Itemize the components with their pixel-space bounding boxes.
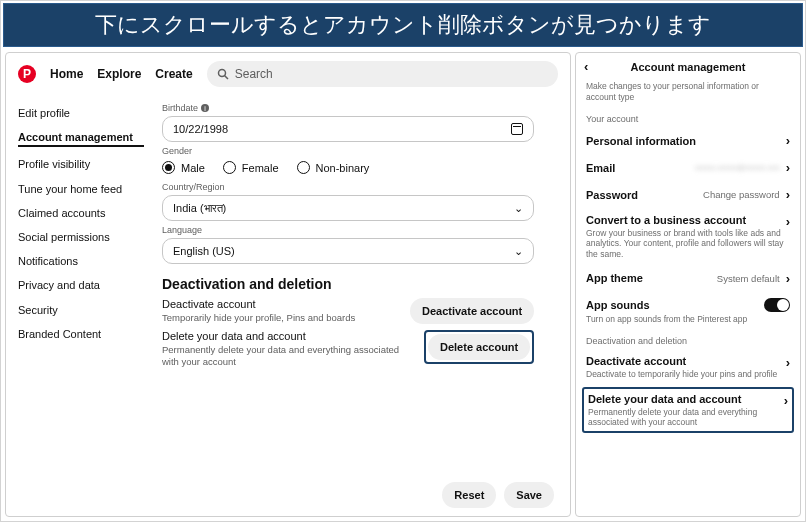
mobile-header: ‹ Account management [576, 53, 800, 81]
radio-icon [162, 161, 175, 174]
sidebar-item-notifications[interactable]: Notifications [18, 255, 144, 268]
app-theme-value: System default [717, 273, 780, 284]
chevron-right-icon: › [786, 133, 790, 148]
sidebar-item-privacy-data[interactable]: Privacy and data [18, 279, 144, 292]
settings-sidebar: Edit profile Account management Profile … [18, 99, 144, 510]
birthdate-value: 10/22/1998 [173, 123, 228, 135]
gender-option-male[interactable]: Male [162, 161, 205, 174]
sidebar-item-social-permissions[interactable]: Social permissions [18, 231, 144, 244]
chevron-down-icon: ⌄ [514, 245, 523, 258]
row-email[interactable]: Email xxxxx.xxxxx@xxxxx.xxx› [576, 154, 800, 181]
delete-highlight: Delete account [424, 330, 534, 364]
main-form: Birthdate i 10/22/1998 Gender Male [162, 99, 558, 510]
gender-radio-group: Male Female Non-binary [162, 159, 558, 178]
deactivate-heading: Deactivate account [162, 298, 400, 310]
sidebar-item-claimed-accounts[interactable]: Claimed accounts [18, 207, 144, 220]
search-icon [217, 68, 229, 80]
radio-icon [223, 161, 236, 174]
radio-icon [297, 161, 310, 174]
nav-home[interactable]: Home [50, 67, 83, 81]
mobile-delete-heading: Delete your data and account [588, 393, 778, 405]
chevron-down-icon: ⌄ [514, 202, 523, 215]
convert-heading: Convert to a business account [586, 214, 786, 226]
svg-line-1 [224, 76, 228, 80]
pinterest-logo-icon[interactable]: P [18, 65, 36, 83]
mobile-intro: Make changes to your personal informatio… [576, 81, 800, 108]
sidebar-item-tune-home-feed[interactable]: Tune your home feed [18, 183, 144, 196]
deactivate-sub: Temporarily hide your profile, Pins and … [162, 312, 400, 324]
delete-heading: Delete your data and account [162, 330, 414, 342]
row-delete-data-account[interactable]: Delete your data and account Permanently… [588, 393, 788, 427]
info-icon[interactable]: i [201, 104, 209, 112]
deactivate-account-button[interactable]: Deactivate account [410, 298, 534, 324]
deactivation-section-title: Deactivation and deletion [162, 276, 558, 292]
delete-row: Delete your data and account Permanently… [162, 330, 534, 368]
password-value: Change password [703, 189, 780, 200]
app-sounds-sub: Turn on app sounds from the Pinterest ap… [576, 314, 800, 330]
country-label: Country/Region [162, 182, 558, 192]
country-value: India (भारत) [173, 202, 226, 215]
email-value-blurred: xxxxx.xxxxx@xxxxx.xxx [695, 163, 780, 172]
search-input[interactable]: Search [207, 61, 558, 87]
calendar-icon[interactable] [511, 123, 523, 135]
mobile-deact-section-label: Deactivation and deletion [576, 330, 800, 349]
birthdate-input[interactable]: 10/22/1998 [162, 116, 534, 142]
mobile-title: Account management [631, 61, 746, 73]
your-account-label: Your account [576, 108, 800, 127]
gender-option-non-binary[interactable]: Non-binary [297, 161, 370, 174]
chevron-right-icon: › [786, 214, 790, 229]
delete-sub: Permanently delete your data and everyth… [162, 344, 414, 368]
save-button[interactable]: Save [504, 482, 554, 508]
delete-account-button[interactable]: Delete account [428, 334, 530, 360]
row-personal-information[interactable]: Personal information › [576, 127, 800, 154]
nav-explore[interactable]: Explore [97, 67, 141, 81]
deactivate-row: Deactivate account Temporarily hide your… [162, 298, 534, 324]
sidebar-item-account-management[interactable]: Account management [18, 131, 144, 147]
convert-sub: Grow your business or brand with tools l… [586, 228, 786, 259]
sidebar-item-security[interactable]: Security [18, 304, 144, 317]
sidebar-item-branded-content[interactable]: Branded Content [18, 328, 144, 341]
mobile-deactivate-heading: Deactivate account [586, 355, 786, 367]
language-label: Language [162, 225, 558, 235]
row-password[interactable]: Password Change password› [576, 181, 800, 208]
mobile-delete-highlight: Delete your data and account Permanently… [582, 387, 794, 433]
desktop-pane: P Home Explore Create Search Edit profil… [5, 52, 571, 517]
instruction-banner: 下にスクロールするとアカウント削除ボタンが見つかります [3, 3, 803, 47]
app-sounds-toggle[interactable] [764, 298, 790, 312]
row-convert-business[interactable]: Convert to a business account Grow your … [576, 208, 800, 265]
row-app-sounds[interactable]: App sounds [576, 292, 800, 314]
country-select[interactable]: India (भारत) ⌄ [162, 195, 534, 221]
language-select[interactable]: English (US) ⌄ [162, 238, 534, 264]
chevron-right-icon: › [786, 355, 790, 370]
mobile-deactivate-sub: Deactivate to temporarily hide your pins… [586, 369, 786, 379]
gender-option-female[interactable]: Female [223, 161, 279, 174]
chevron-right-icon: › [784, 393, 788, 408]
birthdate-label: Birthdate i [162, 103, 558, 113]
reset-button[interactable]: Reset [442, 482, 496, 508]
search-placeholder: Search [235, 67, 273, 81]
row-app-theme[interactable]: App theme System default› [576, 265, 800, 292]
sidebar-item-edit-profile[interactable]: Edit profile [18, 107, 144, 120]
gender-label: Gender [162, 146, 558, 156]
nav-create[interactable]: Create [155, 67, 192, 81]
chevron-right-icon: › [786, 187, 790, 202]
language-value: English (US) [173, 245, 235, 257]
mobile-pane: ‹ Account management Make changes to you… [575, 52, 801, 517]
mobile-delete-sub: Permanently delete your data and everyth… [588, 407, 778, 427]
back-icon[interactable]: ‹ [584, 59, 588, 74]
top-bar: P Home Explore Create Search [6, 53, 570, 91]
footer-buttons: Reset Save [442, 482, 554, 508]
svg-point-0 [218, 70, 225, 77]
sidebar-item-profile-visibility[interactable]: Profile visibility [18, 158, 144, 171]
chevron-right-icon: › [786, 271, 790, 286]
chevron-right-icon: › [786, 160, 790, 175]
row-deactivate-account[interactable]: Deactivate account Deactivate to tempora… [576, 349, 800, 385]
